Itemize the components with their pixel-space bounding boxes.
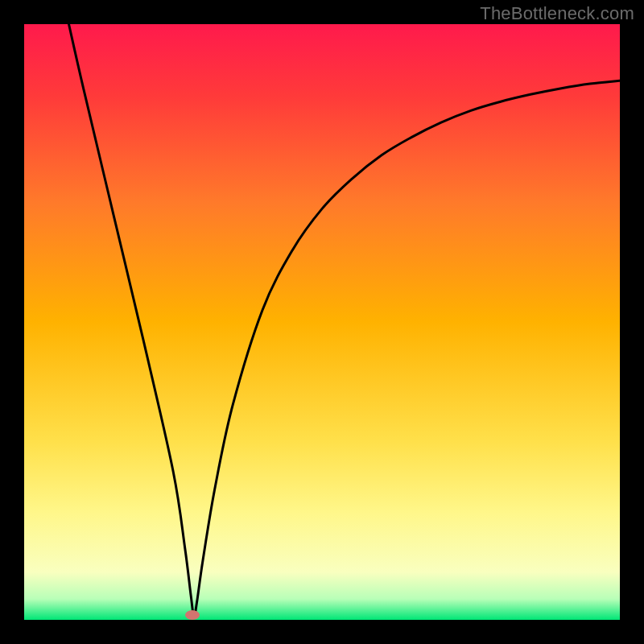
watermark-text: TheBottleneck.com — [480, 3, 634, 24]
curve-svg — [24, 24, 620, 620]
plot-area — [24, 24, 620, 620]
chart-frame: TheBottleneck.com — [0, 0, 644, 644]
optimum-marker — [185, 610, 200, 620]
bottleneck-curve-path — [69, 24, 621, 617]
